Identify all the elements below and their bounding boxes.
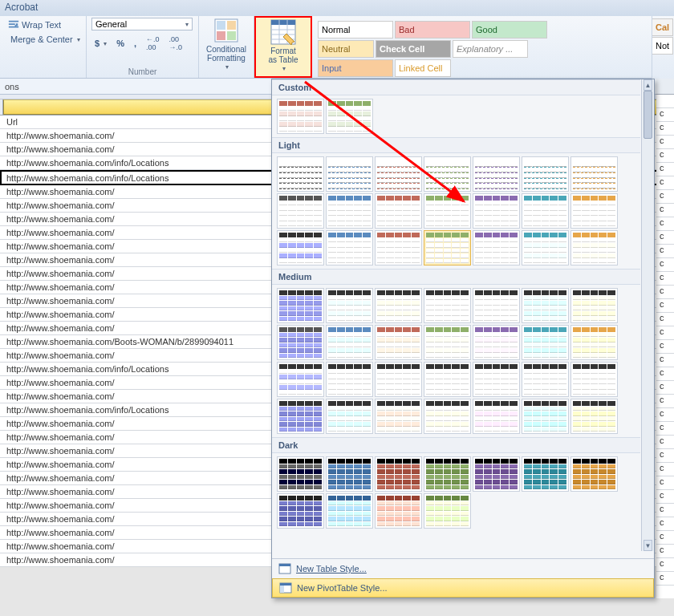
cell-sliver[interactable]: c — [656, 122, 674, 136]
style-good[interactable]: Good — [472, 21, 547, 38]
cell-sliver[interactable]: c — [656, 476, 674, 490]
table-style-swatch[interactable] — [424, 399, 471, 434]
cell-sliver[interactable]: c — [656, 422, 674, 436]
number-format-select[interactable]: General ▾ — [91, 18, 193, 30]
table-style-swatch[interactable] — [522, 230, 569, 265]
table-style-swatch[interactable] — [277, 399, 324, 434]
cell-sliver[interactable]: c — [656, 299, 674, 313]
table-style-swatch[interactable] — [424, 493, 471, 529]
table-style-swatch[interactable] — [277, 99, 324, 134]
gallery-scrollbar[interactable]: ▲ ▼ — [641, 79, 654, 551]
cell-sliver[interactable]: c — [656, 204, 674, 217]
cell-sliver[interactable]: c — [656, 286, 674, 299]
cell-sliver[interactable]: c — [656, 313, 674, 326]
cell-sliver[interactable]: c — [656, 381, 674, 395]
style-bad[interactable]: Bad — [395, 21, 470, 38]
table-style-swatch[interactable] — [473, 325, 520, 360]
table-style-swatch[interactable] — [424, 288, 471, 323]
table-style-swatch[interactable] — [277, 288, 324, 323]
scroll-thumb[interactable] — [644, 91, 652, 139]
table-style-swatch[interactable] — [375, 230, 422, 265]
cell-sliver[interactable]: c — [656, 136, 674, 149]
currency-button[interactable]: $▾ — [91, 37, 110, 50]
table-style-swatch[interactable] — [473, 156, 520, 192]
table-style-swatch[interactable] — [570, 230, 618, 265]
table-style-swatch[interactable] — [375, 456, 422, 492]
table-style-swatch[interactable] — [277, 230, 324, 265]
cell-sliver[interactable]: c — [656, 504, 674, 517]
cell-sliver[interactable]: c — [656, 326, 674, 340]
style-calculation[interactable]: Cal — [652, 18, 673, 36]
table-style-swatch[interactable] — [424, 456, 471, 492]
table-style-swatch[interactable] — [277, 362, 324, 397]
table-style-swatch[interactable] — [375, 193, 422, 229]
cell-sliver[interactable]: c — [656, 517, 674, 531]
cell-sliver[interactable]: c — [656, 449, 674, 463]
cell-sliver[interactable]: c — [656, 272, 674, 286]
style-explanatory[interactable]: Explanatory ... — [453, 40, 528, 58]
cell-sliver[interactable]: c — [656, 436, 674, 449]
table-style-swatch[interactable] — [424, 230, 471, 265]
table-style-swatch[interactable] — [473, 288, 520, 323]
table-style-swatch[interactable] — [522, 362, 569, 397]
cell-sliver[interactable]: c — [656, 245, 674, 258]
cell-sliver[interactable]: c — [656, 108, 674, 122]
table-style-swatch[interactable] — [375, 493, 422, 529]
scroll-up-icon[interactable]: ▲ — [644, 79, 652, 91]
table-style-swatch[interactable] — [522, 288, 569, 323]
table-style-swatch[interactable] — [570, 156, 618, 192]
table-style-swatch[interactable] — [522, 193, 569, 229]
table-style-swatch[interactable] — [473, 193, 520, 229]
table-style-swatch[interactable] — [326, 230, 373, 265]
table-style-swatch[interactable] — [277, 156, 324, 192]
style-normal[interactable]: Normal — [318, 21, 393, 38]
new-table-style-item[interactable]: New Table Style... — [272, 559, 654, 578]
table-style-swatch[interactable] — [326, 193, 373, 229]
format-as-table-button[interactable]: Format as Table▾ — [258, 19, 309, 72]
comma-button[interactable]: , — [131, 37, 140, 50]
table-style-swatch[interactable] — [326, 362, 373, 397]
table-style-swatch[interactable] — [424, 325, 471, 360]
col-header-sliver[interactable] — [656, 79, 674, 95]
table-style-swatch[interactable] — [326, 156, 373, 192]
table-style-swatch[interactable] — [375, 288, 422, 323]
table-style-swatch[interactable] — [473, 230, 520, 265]
table-style-swatch[interactable] — [375, 362, 422, 397]
table-style-swatch[interactable] — [326, 493, 373, 529]
cell-sliver[interactable]: c — [656, 176, 674, 190]
wrap-text-button[interactable]: Wrap Text — [5, 18, 81, 32]
table-style-swatch[interactable] — [570, 456, 618, 492]
style-check-cell[interactable]: Check Cell — [376, 40, 451, 58]
table-style-swatch[interactable] — [326, 325, 373, 360]
cell-sliver[interactable]: c — [656, 231, 674, 245]
increase-decimal-button[interactable]: ←.0.00 — [143, 34, 163, 53]
percent-button[interactable]: % — [113, 37, 128, 50]
cell-sliver[interactable]: c — [656, 217, 674, 231]
table-style-swatch[interactable] — [570, 399, 618, 434]
cell-sliver[interactable]: c — [656, 490, 674, 504]
table-style-swatch[interactable] — [473, 399, 520, 434]
table-style-swatch[interactable] — [522, 399, 569, 434]
table-style-swatch[interactable] — [375, 156, 422, 192]
table-style-swatch[interactable] — [570, 288, 618, 323]
cell-sliver[interactable]: c — [656, 558, 674, 572]
scroll-down-icon[interactable]: ▼ — [644, 540, 652, 551]
table-style-swatch[interactable] — [326, 456, 373, 492]
cell-sliver[interactable]: c — [656, 149, 674, 163]
table-style-swatch[interactable] — [375, 325, 422, 360]
style-input[interactable]: Input — [318, 59, 393, 77]
table-style-swatch[interactable] — [326, 288, 373, 323]
new-pivot-style-item[interactable]: New PivotTable Style... — [272, 578, 654, 598]
style-note[interactable]: Not — [652, 37, 673, 55]
table-style-swatch[interactable] — [277, 193, 324, 229]
table-style-swatch[interactable] — [424, 362, 471, 397]
decrease-decimal-button[interactable]: .00→.0 — [165, 34, 185, 53]
table-style-swatch[interactable] — [570, 193, 618, 229]
cell-sliver[interactable]: c — [656, 572, 674, 586]
table-style-swatch[interactable] — [522, 325, 569, 360]
table-style-swatch[interactable] — [424, 156, 471, 192]
table-style-swatch[interactable] — [277, 493, 324, 529]
table-style-swatch[interactable] — [570, 325, 618, 360]
cell-sliver[interactable]: c — [656, 395, 674, 408]
style-linked-cell[interactable]: Linked Cell — [395, 59, 451, 77]
